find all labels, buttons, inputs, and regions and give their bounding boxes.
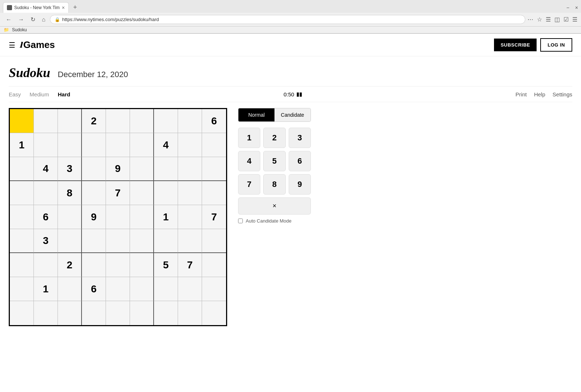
cell-r2-c2[interactable]: 3: [58, 157, 82, 181]
cell-r7-c8[interactable]: [202, 277, 226, 301]
cell-r6-c4[interactable]: [106, 253, 130, 277]
profile-icon[interactable]: ☑: [564, 16, 569, 23]
cell-r2-c1[interactable]: 4: [34, 157, 58, 181]
cell-r5-c0[interactable]: [10, 229, 34, 253]
cell-r4-c0[interactable]: [10, 205, 34, 229]
cell-r1-c6[interactable]: 4: [154, 133, 178, 157]
new-tab-button[interactable]: +: [70, 2, 80, 13]
pause-icon[interactable]: ▮▮: [296, 91, 302, 97]
difficulty-easy[interactable]: Easy: [9, 91, 21, 97]
cell-r3-c5[interactable]: [130, 181, 154, 205]
forward-button[interactable]: →: [16, 16, 26, 24]
cell-r7-c3[interactable]: 6: [82, 277, 106, 301]
num-button-9[interactable]: 9: [289, 174, 311, 195]
cell-r1-c5[interactable]: [130, 133, 154, 157]
cell-r8-c6[interactable]: [154, 301, 178, 325]
num-button-6[interactable]: 6: [289, 151, 311, 171]
extensions-icon[interactable]: ⋯: [527, 16, 533, 23]
settings-link[interactable]: Settings: [553, 91, 572, 97]
minimize-button[interactable]: −: [566, 5, 569, 11]
cell-r2-c6[interactable]: [154, 157, 178, 181]
cell-r8-c7[interactable]: [178, 301, 202, 325]
num-button-8[interactable]: 8: [263, 174, 285, 195]
cell-r7-c1[interactable]: 1: [34, 277, 58, 301]
cell-r1-c2[interactable]: [58, 133, 82, 157]
cell-r5-c7[interactable]: [178, 229, 202, 253]
candidate-mode-button[interactable]: Candidate: [274, 108, 311, 121]
cell-r1-c7[interactable]: [178, 133, 202, 157]
cell-r3-c8[interactable]: [202, 181, 226, 205]
cell-r0-c0[interactable]: [10, 109, 34, 133]
cell-r1-c3[interactable]: [82, 133, 106, 157]
cell-r0-c5[interactable]: [130, 109, 154, 133]
cell-r4-c2[interactable]: [58, 205, 82, 229]
num-button-1[interactable]: 1: [238, 128, 260, 148]
cell-r7-c4[interactable]: [106, 277, 130, 301]
cell-r1-c4[interactable]: [106, 133, 130, 157]
num-button-5[interactable]: 5: [263, 151, 285, 171]
cell-r8-c4[interactable]: [106, 301, 130, 325]
difficulty-hard[interactable]: Hard: [58, 91, 70, 97]
back-button[interactable]: ←: [4, 16, 14, 24]
subscribe-button[interactable]: SUBSCRIBE: [494, 39, 537, 51]
cell-r0-c3[interactable]: 2: [82, 109, 106, 133]
num-button-4[interactable]: 4: [238, 151, 260, 171]
cell-r5-c5[interactable]: [130, 229, 154, 253]
cell-r4-c7[interactable]: [178, 205, 202, 229]
cell-r0-c8[interactable]: 6: [202, 109, 226, 133]
login-button[interactable]: LOG IN: [540, 38, 572, 52]
cell-r3-c3[interactable]: [82, 181, 106, 205]
menu-icon[interactable]: ☰: [572, 16, 577, 23]
normal-mode-button[interactable]: Normal: [238, 108, 274, 121]
cell-r4-c4[interactable]: [106, 205, 130, 229]
cell-r5-c8[interactable]: [202, 229, 226, 253]
cell-r2-c7[interactable]: [178, 157, 202, 181]
cell-r6-c7[interactable]: 7: [178, 253, 202, 277]
cell-r0-c2[interactable]: [58, 109, 82, 133]
close-button[interactable]: ×: [575, 5, 578, 11]
cell-r0-c4[interactable]: [106, 109, 130, 133]
bookmark-sudoku[interactable]: Sudoku: [12, 27, 27, 32]
address-bar[interactable]: 🔒 https://www.nytimes.com/puzzles/sudoku…: [50, 15, 525, 24]
cell-r4-c5[interactable]: [130, 205, 154, 229]
cell-r5-c4[interactable]: [106, 229, 130, 253]
cell-r4-c3[interactable]: 9: [82, 205, 106, 229]
cell-r2-c3[interactable]: [82, 157, 106, 181]
cell-r5-c1[interactable]: 3: [34, 229, 58, 253]
cell-r6-c1[interactable]: [34, 253, 58, 277]
cell-r1-c8[interactable]: [202, 133, 226, 157]
erase-button[interactable]: ×: [238, 197, 311, 215]
cell-r2-c0[interactable]: [10, 157, 34, 181]
cell-r8-c3[interactable]: [82, 301, 106, 325]
cell-r3-c4[interactable]: 7: [106, 181, 130, 205]
help-link[interactable]: Help: [534, 91, 545, 97]
cell-r4-c1[interactable]: 6: [34, 205, 58, 229]
num-button-2[interactable]: 2: [263, 128, 285, 148]
num-button-7[interactable]: 7: [238, 174, 260, 195]
num-button-3[interactable]: 3: [289, 128, 311, 148]
cell-r7-c7[interactable]: [178, 277, 202, 301]
sync-icon[interactable]: ◫: [554, 16, 560, 23]
reader-view-icon[interactable]: ☰: [546, 16, 551, 23]
auto-candidate-checkbox[interactable]: [238, 219, 243, 223]
cell-r2-c5[interactable]: [130, 157, 154, 181]
bookmark-icon[interactable]: ☆: [537, 16, 542, 23]
print-link[interactable]: Print: [515, 91, 527, 97]
cell-r0-c7[interactable]: [178, 109, 202, 133]
tab-close-button[interactable]: ×: [62, 5, 65, 11]
cell-r7-c6[interactable]: [154, 277, 178, 301]
cell-r4-c6[interactable]: 1: [154, 205, 178, 229]
hamburger-menu-icon[interactable]: ☰: [9, 41, 15, 49]
cell-r3-c0[interactable]: [10, 181, 34, 205]
cell-r8-c0[interactable]: [10, 301, 34, 325]
cell-r1-c1[interactable]: [34, 133, 58, 157]
cell-r7-c5[interactable]: [130, 277, 154, 301]
cell-r5-c2[interactable]: [58, 229, 82, 253]
cell-r7-c0[interactable]: [10, 277, 34, 301]
home-button[interactable]: ⌂: [40, 16, 48, 24]
cell-r6-c8[interactable]: [202, 253, 226, 277]
browser-tab[interactable]: Sudoku - New York Tim ×: [3, 2, 69, 13]
cell-r5-c6[interactable]: [154, 229, 178, 253]
cell-r2-c4[interactable]: 9: [106, 157, 130, 181]
cell-r6-c2[interactable]: 2: [58, 253, 82, 277]
